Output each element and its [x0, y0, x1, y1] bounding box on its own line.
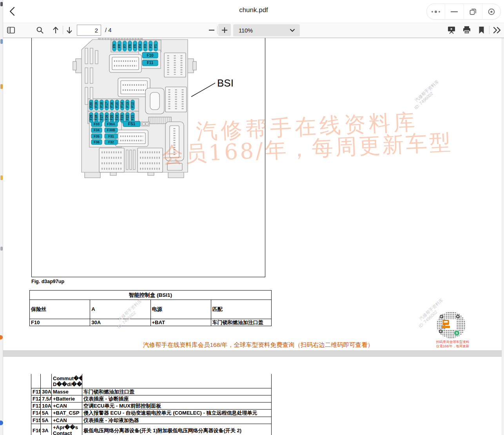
cut-icon-fragment	[0, 175, 3, 180]
bookmark-button[interactable]	[475, 23, 488, 36]
zoom-in-icon	[221, 27, 228, 33]
fuse-label: F8	[118, 44, 121, 48]
more-options-button[interactable]	[427, 4, 445, 19]
cell-fuse	[31, 374, 41, 388]
cell-amps: 3A	[41, 424, 52, 435]
fuse-label: F14	[120, 102, 124, 108]
qr-caption: 仅需168/年，每周更新	[431, 344, 474, 349]
cell-amps	[41, 374, 52, 388]
bsi-leader-line	[191, 83, 215, 97]
zoom-out-icon	[208, 29, 215, 31]
fuse-label: F35	[94, 134, 100, 138]
toolbar-divider	[489, 26, 489, 34]
fuse-label: F30B	[107, 128, 115, 132]
fuse-label: F22	[126, 114, 129, 120]
cell-amps: 10A	[41, 403, 52, 410]
previous-page-button[interactable]	[49, 23, 62, 36]
cell-match	[82, 374, 272, 388]
cell-fuse: F15	[31, 417, 41, 424]
fuse-label: F12	[131, 102, 134, 108]
cell-amps: 7.5A	[41, 395, 52, 402]
fuse-label: F9	[112, 44, 116, 48]
fuse-label: F27	[100, 114, 103, 120]
cut-icon-fragment	[0, 421, 3, 425]
cell-power: Commut�� D��di��	[52, 374, 82, 388]
fuse-label: F15	[115, 102, 119, 108]
sidebar-toggle-icon	[7, 27, 15, 34]
presentation-mode-icon	[447, 26, 456, 34]
cut-icon-fragment	[0, 39, 3, 44]
zoom-out-button[interactable]	[205, 23, 218, 36]
cell-power: +Batterie	[52, 395, 82, 402]
print-button[interactable]	[460, 23, 473, 36]
header-match: 匹配	[211, 300, 271, 319]
page-count-label: / 4	[105, 27, 112, 33]
table-row: F14 5A +BAT_CSP 侵入报警器 ECU - 自动变速箱电控单元 (C…	[31, 410, 272, 417]
fuse-label: F7	[123, 44, 127, 48]
session-button[interactable]	[482, 4, 500, 19]
fuse-label: F21	[131, 114, 134, 120]
cell-power: +BAT_CSP	[52, 410, 82, 417]
presentation-mode-button[interactable]	[445, 23, 458, 36]
fuse-label: F6	[128, 44, 132, 48]
table-row: F16 3A +Apr��s Contact 极低电压网络分离器设备(开关 1)…	[31, 424, 272, 435]
fuse-label: F30A	[107, 122, 115, 126]
qr-center-logo	[442, 320, 449, 325]
pdf-toolbar: / 4 110%	[3, 22, 504, 38]
more-options-icon	[431, 10, 441, 14]
next-page-button[interactable]	[63, 23, 76, 36]
fuse-label: F29	[89, 114, 93, 120]
slot-bars-bottom	[126, 150, 135, 170]
search-button[interactable]	[34, 23, 46, 36]
cell-power: +BAT	[150, 319, 211, 326]
fuse-label: F17	[105, 102, 109, 108]
fuse-label: F1	[154, 44, 158, 48]
fuse-label: F16	[110, 102, 114, 108]
qr-logo-bar	[442, 326, 450, 328]
fuse-label: F26	[105, 114, 109, 120]
cell-match: 空调ECU单元 - MUX前部控制面板	[82, 403, 272, 410]
vertical-scrollbar[interactable]	[502, 38, 504, 435]
fuse-label: F33	[94, 122, 100, 126]
cell-fuse: F11	[31, 388, 41, 395]
zoom-level-select[interactable]: 110%	[233, 24, 300, 36]
cell-match: 侵入报警器 ECU - 自动变速箱电控单元 (COMELEC) - 独立远程信息…	[82, 410, 272, 417]
fuse-label: F2	[149, 44, 152, 48]
more-tools-button[interactable]	[491, 23, 503, 36]
fuse-label: F34	[94, 128, 100, 132]
figure-caption: Fig. d3ap97up	[31, 279, 64, 284]
page-separator	[3, 350, 502, 357]
minimize-icon	[451, 11, 458, 13]
restore-icon	[469, 8, 477, 16]
more-tools-icon	[493, 27, 501, 34]
qr-finder-icon	[439, 330, 442, 333]
fuse-label: FS1	[128, 122, 136, 126]
restore-button[interactable]	[464, 4, 482, 19]
sidebar-toggle-button[interactable]	[5, 23, 17, 36]
table-continuation-row: Commut�� D��di��	[31, 374, 272, 388]
cell-match: 仪表插座 - 诊断插座	[82, 395, 272, 402]
qr-block: s 扫码查询全球车型资料 仅需168/年，每周更新	[431, 312, 474, 350]
fuse-label: F28	[94, 114, 98, 120]
table-row: F10 30A +BAT 车门锁和燃油加注口盖	[30, 319, 272, 326]
page-down-icon	[66, 26, 73, 34]
zoom-in-button[interactable]	[218, 24, 231, 36]
page-number-input[interactable]	[77, 25, 101, 36]
cell-match: 车门锁和燃油加注口盖	[211, 319, 271, 326]
cell-amps: 5A	[41, 417, 52, 424]
cell-power: +Apr��s Contact	[52, 424, 82, 435]
background-window-edge	[0, 0, 3, 435]
fuse-label: F24	[115, 114, 119, 120]
fuse-label: F32	[108, 140, 114, 144]
cell-power: Masse	[52, 388, 82, 395]
record-dot-icon	[488, 8, 495, 16]
bsi-label: BSI	[217, 77, 234, 89]
fuse-label: F4	[138, 44, 142, 48]
toolbar-divider	[217, 26, 218, 34]
pdf-viewer-window: chunk.pdf	[3, 0, 504, 435]
promo-text: 汽修帮手在线资料库会员168/年，全球车型资料免费查询（扫码右边二维码即可查看）	[38, 341, 478, 349]
minimize-button[interactable]	[445, 4, 463, 19]
cell-amps: 30A	[41, 388, 52, 395]
cell-fuse: F12	[31, 395, 41, 402]
cut-icon-fragment	[0, 247, 3, 251]
